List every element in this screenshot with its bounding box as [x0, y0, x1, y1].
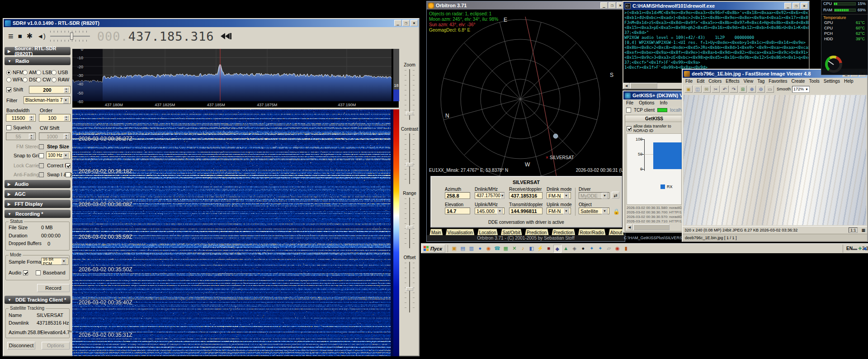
toolbar-icon[interactable]: ◫ [693, 85, 702, 93]
menu-item[interactable]: View [744, 79, 754, 84]
quick-launch-icon[interactable]: ● [579, 245, 587, 253]
tray-icon[interactable]: ▬ [853, 246, 857, 251]
dnlink-dropdown[interactable]: 437.175700▼ [475, 192, 505, 199]
chevron-down-icon[interactable]: ▼ [63, 152, 69, 159]
menu-item[interactable]: Effects [726, 79, 739, 84]
menu-item[interactable]: Tools [809, 79, 819, 84]
toolbar-icon[interactable]: ▣ [684, 85, 693, 93]
section-fft-display[interactable]: ▶FFT Display [5, 200, 71, 208]
toolbar-icon[interactable]: ↷ [730, 85, 738, 93]
quick-launch-icon[interactable]: ✦ [596, 245, 604, 253]
terminal-titlebar[interactable]: C: C:\HAM\SH\drewolf101\drewolf.exe _❐× [623, 2, 809, 10]
sample-format-dropdown[interactable]: 16 Bit PCM▼ [41, 258, 68, 265]
mode-radio[interactable]: USB [52, 69, 69, 76]
mode-radio[interactable]: LSB [36, 69, 52, 76]
quick-launch-icon[interactable]: ▥ [467, 245, 476, 253]
offset-slider[interactable] [405, 262, 415, 312]
toolbar-icon[interactable]: ⊕ [748, 85, 756, 93]
toolbar-icon[interactable]: ⊞ [739, 85, 747, 93]
quick-launch-icon[interactable]: ◉ [613, 245, 622, 253]
mode-radio[interactable]: AM [23, 69, 36, 76]
menu-item[interactable]: Info [660, 100, 668, 105]
minimize-button[interactable]: _ [600, 2, 608, 9]
receive-doppler-field[interactable]: 437.185316 [509, 192, 542, 199]
range-slider[interactable] [405, 198, 415, 248]
quick-launch-icon[interactable]: ♪ [519, 245, 527, 253]
quick-launch-icon[interactable]: ▦ [502, 245, 510, 253]
snap-to-center-icon[interactable] [221, 33, 231, 39]
swap-iq-checkbox[interactable] [66, 172, 71, 177]
uplink-dropdown[interactable]: 145.000▼ [475, 208, 505, 214]
section-radio[interactable]: ▼Radio [5, 57, 71, 65]
quick-launch-icon[interactable]: ▣ [450, 245, 458, 253]
zoom-select[interactable]: 172%▼ [792, 86, 810, 93]
transmit-doppler-field[interactable]: 144.996811 [509, 208, 542, 214]
menu-item[interactable]: Settings [824, 79, 840, 84]
record-baseband-checkbox[interactable] [36, 270, 41, 275]
lock-icon[interactable]: 🔒 [613, 208, 620, 215]
bandwidth-field[interactable]: 11500▲▼ [6, 114, 36, 122]
uplink-mode-dropdown[interactable]: FM-N▼ [547, 208, 571, 214]
quick-launch-icon[interactable]: ▲ [562, 245, 570, 253]
quick-launch-icon[interactable]: ⚡ [536, 245, 544, 253]
quick-launch-icon[interactable]: ● [476, 245, 484, 253]
viewed-image[interactable] [684, 95, 866, 225]
driver-refresh-icon[interactable]: ⇄ [612, 192, 619, 198]
close-button[interactable]: × [801, 3, 808, 9]
section-recording[interactable]: ▼Recording * [5, 210, 71, 218]
menu-icon[interactable]: ≡ [8, 32, 14, 41]
azimuth-field[interactable]: 258.8 [445, 192, 470, 199]
section-agc[interactable]: ▶AGC [5, 190, 71, 198]
minimize-button[interactable]: _ [394, 20, 401, 26]
menu-item[interactable]: Help [844, 79, 854, 84]
quick-launch-icon[interactable]: ✕ [510, 245, 519, 253]
toolbar-icon[interactable]: ✂ [712, 85, 720, 93]
toolbar-icon[interactable]: ✉ [703, 85, 711, 93]
toolbar-icon[interactable]: ↶ [721, 85, 729, 93]
mode-radio[interactable]: DSB [23, 76, 36, 83]
allow-transfer-checkbox[interactable] [627, 126, 632, 131]
record-button[interactable]: Record [37, 284, 70, 292]
menu-item[interactable]: Options [639, 100, 654, 105]
scroll-left-icon[interactable]: ◀ [623, 83, 629, 89]
zoom-slider[interactable] [405, 69, 415, 120]
language-indicator[interactable]: EN [845, 246, 852, 251]
menu-item[interactable]: Favorites [769, 79, 787, 84]
squelch-checkbox[interactable] [6, 125, 11, 130]
menu-item[interactable]: File [626, 100, 633, 105]
quick-launch-icon[interactable]: ■ [545, 245, 553, 253]
waterfall-display[interactable]: 2026-03-02 00:36:27Z2026-03-02 00:36:18Z… [72, 109, 399, 356]
quick-launch-icon[interactable]: ✦ [588, 245, 596, 253]
section-source[interactable]: ▶Source: RTL-SDR (R820T) [5, 47, 71, 55]
quick-launch-icon[interactable]: ☎ [493, 245, 501, 253]
object-dropdown[interactable]: Satellite▼ [579, 208, 609, 214]
spectrum-plot[interactable] [72, 49, 392, 101]
order-field[interactable]: 100▲▼ [39, 114, 71, 122]
taskbar-clock[interactable]: 3:36 [860, 246, 867, 251]
close-button[interactable]: × [410, 20, 418, 26]
speaker-icon[interactable]: ◄) [37, 32, 46, 41]
quick-launch-icon[interactable]: ◈ [571, 245, 579, 253]
mode-radio[interactable]: WFM [6, 76, 23, 83]
chevron-down-icon[interactable]: ▼ [63, 97, 69, 104]
ratio-indicator[interactable]: 1:1 [849, 227, 858, 233]
frequency-display[interactable]: 000.437.185.316 [97, 29, 214, 43]
quick-launch-icon[interactable]: ▮ [622, 245, 630, 253]
toolbar-icon[interactable]: ▭ [766, 85, 774, 93]
section-dde-tracking[interactable]: ▼DDE Tracking Client * [5, 296, 71, 304]
contrast-slider[interactable] [405, 133, 415, 184]
elevation-field[interactable]: 14.7 [445, 208, 470, 214]
menu-item[interactable]: Edit [697, 79, 704, 84]
tcp-client-checkbox[interactable] [626, 108, 631, 113]
quick-launch-icon[interactable]: ◧ [528, 245, 536, 253]
quick-launch-icon[interactable]: ◆ [553, 245, 561, 253]
section-audio[interactable]: ▶Audio [5, 180, 71, 188]
restore-button[interactable]: ❐ [609, 2, 616, 9]
restore-button[interactable]: ❐ [402, 20, 410, 26]
volume-handle[interactable] [70, 33, 73, 40]
orbitron-titlebar[interactable]: Orbitron 3.71 _❐× [427, 1, 625, 9]
sdrsharp-titlebar[interactable]: SDR# v1.0.0.1490 - RTL-SDR (R820T) _ ❐ × [4, 19, 419, 27]
stop-icon[interactable]: ■ [18, 32, 22, 41]
satellite-dot[interactable] [553, 134, 558, 138]
filter-dropdown[interactable]: Blackman-Harris 7▼ [24, 96, 71, 104]
